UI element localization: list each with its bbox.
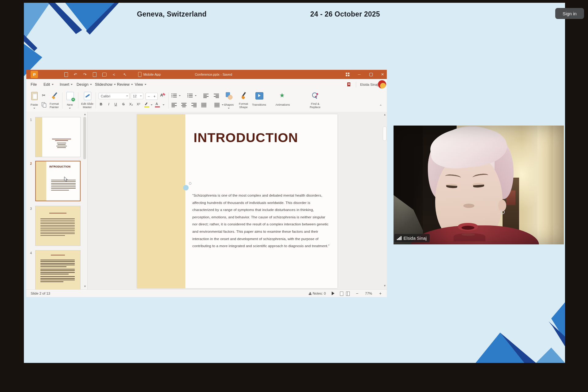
slide-thumb-4[interactable] — [35, 250, 81, 289]
thumb2-title: INTRODUCTION — [49, 165, 70, 168]
textbox-handle[interactable] — [183, 185, 189, 190]
increase-font-icon: + — [153, 94, 156, 99]
window-titlebar[interactable]: P ↶ ↷ < ↖ Mobile App Conference.pptx - S… — [26, 70, 387, 79]
slide-sorter-icon[interactable] — [346, 292, 350, 296]
justify-icon[interactable] — [201, 103, 206, 107]
align-right-icon[interactable] — [191, 103, 197, 107]
notes-indicator[interactable]: Notes: 0 — [309, 290, 326, 297]
decrease-font-icon: − — [148, 94, 150, 99]
premium-icon[interactable] — [347, 82, 350, 86]
slide-canvas[interactable]: INTRODUCTION “Schizophrenia is one of th… — [137, 114, 337, 288]
menu-review[interactable]: Review — [117, 79, 133, 90]
format-painter-icon[interactable] — [51, 92, 58, 99]
thumbs-scroll-up-icon[interactable]: ▲ — [84, 113, 86, 116]
format-painter-label[interactable]: Format Painter — [47, 102, 61, 109]
menu-view[interactable]: View — [135, 79, 146, 90]
slide-body-text: “Schizophrenia is one of the most comple… — [192, 192, 331, 250]
paste-label[interactable]: Paste — [31, 103, 38, 107]
canvas-scrollbar[interactable] — [383, 126, 386, 141]
wps-presentation-window: P ↶ ↷ < ↖ Mobile App Conference.pptx - S… — [26, 70, 387, 297]
close-button[interactable]: ✕ — [379, 70, 386, 79]
strikethrough-button[interactable]: S — [121, 102, 126, 106]
bold-button[interactable]: B — [99, 102, 104, 106]
format-shape-label[interactable]: Format Shape — [237, 102, 250, 109]
menu-insert[interactable]: Insert — [60, 79, 73, 90]
thumbs-scrollbar[interactable] — [83, 117, 86, 159]
increase-indent-icon[interactable] — [214, 93, 219, 98]
normal-view-icon[interactable] — [340, 292, 343, 296]
align-center-icon[interactable] — [181, 103, 187, 107]
transitions-label[interactable]: Transitions — [252, 103, 266, 107]
highlight-color-icon[interactable] — [145, 103, 149, 106]
layout-grid-icon[interactable] — [344, 70, 352, 79]
account-name[interactable]: Elsida Sinaj — [360, 79, 378, 90]
line-spacing-icon[interactable] — [214, 103, 220, 107]
italic-button[interactable]: I — [106, 102, 111, 106]
transitions-icon[interactable] — [255, 92, 263, 100]
paste-icon[interactable] — [31, 92, 38, 100]
slideshow-play-icon[interactable] — [332, 292, 334, 295]
comment-icon[interactable] — [101, 70, 107, 79]
menu-bar: File Edit Insert Design Slideshow Review… — [26, 79, 387, 90]
find-replace-label[interactable]: Find & Replace — [307, 102, 323, 109]
pointer-icon[interactable]: ↖ — [122, 70, 128, 79]
copy-icon[interactable] — [42, 102, 45, 106]
shapes-icon[interactable] — [226, 92, 232, 100]
account-avatar[interactable] — [378, 80, 386, 89]
find-replace-icon[interactable] — [312, 92, 318, 100]
share-icon[interactable]: < — [111, 70, 117, 79]
mobile-app-button[interactable]: Mobile App — [138, 70, 161, 79]
new-doc-icon[interactable] — [92, 70, 98, 79]
font-name-select[interactable]: Calibri — [99, 93, 130, 99]
animations-label[interactable]: Animations — [276, 103, 290, 107]
maximize-button[interactable] — [367, 70, 375, 79]
signal-bars-icon — [397, 236, 401, 240]
numbered-list-icon[interactable] — [187, 93, 193, 98]
edit-slide-master-label[interactable]: Edit Slide Master — [81, 102, 94, 109]
menu-edit[interactable]: Edit — [43, 79, 54, 90]
notes-icon — [309, 292, 311, 295]
thumbs-scroll-down-icon[interactable]: ▼ — [84, 285, 86, 288]
collapse-ribbon-icon[interactable]: ⌃ — [379, 104, 382, 108]
zoom-level[interactable]: 77% — [365, 290, 372, 297]
cut-icon[interactable]: ✂ — [42, 93, 46, 98]
shapes-label[interactable]: Shapes — [224, 103, 234, 107]
participant-name-tag: Elsida Sinaj — [394, 234, 430, 242]
font-size-select[interactable]: 12 — [131, 93, 143, 99]
new-slide-icon[interactable] — [66, 92, 74, 100]
animations-icon[interactable]: ★ — [279, 92, 285, 99]
sign-in-button[interactable]: Sign in — [555, 8, 584, 19]
format-shape-icon[interactable] — [241, 92, 247, 100]
zoom-out-button[interactable]: − — [356, 290, 358, 297]
menu-slideshow[interactable]: Slideshow — [95, 79, 116, 90]
slide-thumb-3[interactable] — [35, 206, 81, 246]
font-size-stepper[interactable]: −+ — [145, 93, 158, 100]
subscript-button[interactable]: X₂ — [129, 102, 134, 106]
new-slide-label[interactable]: New — [67, 103, 73, 107]
align-left-icon[interactable] — [172, 103, 177, 107]
redo-icon[interactable]: ↷ — [82, 70, 88, 79]
edit-slide-master-icon[interactable] — [84, 92, 91, 100]
canvas-scroll-down-icon[interactable]: ▼ — [383, 284, 386, 287]
slide-counter: Slide 2 of 13 — [31, 290, 50, 297]
underline-button[interactable]: U — [113, 102, 118, 106]
webcam-video: Elsida Sinaj — [394, 126, 564, 244]
bullet-list-icon[interactable] — [172, 93, 177, 98]
decrease-indent-icon[interactable] — [203, 93, 209, 98]
undo-icon[interactable]: ↶ — [72, 70, 78, 79]
menu-file[interactable]: File — [31, 79, 37, 90]
slide-thumb-2[interactable]: INTRODUCTION — [35, 161, 81, 201]
superscript-button[interactable]: X² — [136, 102, 141, 106]
wps-logo-icon[interactable]: P — [31, 71, 38, 78]
clear-format-icon[interactable]: A — [160, 93, 163, 97]
event-dates: 24 - 26 October 2025 — [310, 10, 380, 18]
save-icon[interactable] — [63, 70, 69, 79]
menu-design[interactable]: Design — [77, 79, 92, 90]
minimize-button[interactable]: ─ — [355, 70, 363, 79]
slide-thumb-1[interactable] — [35, 117, 81, 157]
zoom-in-button[interactable]: + — [379, 290, 382, 297]
mouse-cursor — [64, 177, 68, 182]
status-bar: Slide 2 of 13 Notes: 0 − 77% + — [26, 289, 387, 297]
canvas-scroll-up-icon[interactable]: ▲ — [383, 113, 386, 116]
font-color-icon[interactable]: A — [156, 102, 158, 106]
